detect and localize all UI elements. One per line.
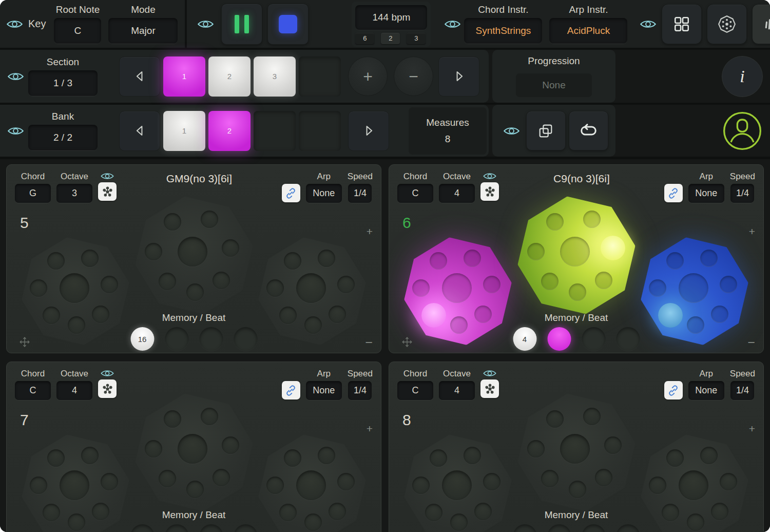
octave-select[interactable]: 4 <box>439 381 475 400</box>
prev-bank-button[interactable] <box>119 111 160 151</box>
memory-beat-cell[interactable] <box>165 327 188 351</box>
pad-note-dot[interactable] <box>662 504 679 521</box>
pad-note-dot[interactable] <box>47 252 65 270</box>
pad-note-dot[interactable] <box>47 449 65 467</box>
pad-note-dot[interactable] <box>583 211 601 228</box>
bank-pad-4[interactable] <box>299 111 341 151</box>
pad-note-dot[interactable] <box>284 449 301 467</box>
time-signature-box[interactable]: 6 <box>355 33 374 44</box>
drag-handle-icon[interactable] <box>19 336 30 348</box>
section-counter[interactable]: 1 / 3 <box>28 70 98 96</box>
pad-note-dot[interactable] <box>421 303 446 328</box>
speed-select[interactable]: 1/4 <box>348 184 372 203</box>
pad-note-dot[interactable] <box>145 243 162 260</box>
pad-center-dot[interactable] <box>560 237 590 267</box>
add-pad-button[interactable]: + <box>367 225 373 238</box>
chord-pad-octagon[interactable] <box>134 393 254 512</box>
pad-note-dot[interactable] <box>666 449 684 467</box>
pad-note-dot[interactable] <box>527 243 545 260</box>
chord-pad-octagon[interactable] <box>517 393 636 512</box>
info-button[interactable]: i <box>722 56 763 97</box>
pad-note-dot[interactable] <box>464 447 481 464</box>
section-visibility-eye-icon[interactable] <box>7 71 24 82</box>
link-icon[interactable] <box>282 184 300 202</box>
add-pad-button[interactable]: + <box>749 225 755 238</box>
memory-beat-cell[interactable] <box>582 524 605 532</box>
add-pad-button[interactable]: + <box>367 423 373 435</box>
memory-beat-cell[interactable] <box>547 327 571 351</box>
next-section-button[interactable] <box>438 56 479 97</box>
speed-select[interactable]: 1/4 <box>348 381 372 400</box>
pad-note-dot[interactable] <box>720 473 737 490</box>
pad-center-dot[interactable] <box>60 470 89 500</box>
mode-select[interactable]: Major <box>108 18 178 44</box>
pad-note-dot[interactable] <box>649 279 666 297</box>
link-icon[interactable] <box>664 381 683 400</box>
pad-note-dot[interactable] <box>464 250 481 267</box>
arp-instrument-select[interactable]: AcidPluck <box>549 18 627 44</box>
pad-note-dot[interactable] <box>318 447 335 464</box>
pad-center-dot[interactable] <box>560 434 590 464</box>
pad-note-dot[interactable] <box>304 316 322 334</box>
bank-pad-3[interactable] <box>254 111 296 151</box>
transport-visibility-eye-icon[interactable] <box>197 18 214 30</box>
pad-center-dot[interactable] <box>296 273 326 303</box>
section-pad-4[interactable] <box>299 56 341 97</box>
octave-select[interactable]: 4 <box>56 381 92 400</box>
chord-pad-octagon[interactable] <box>403 434 512 532</box>
note-cluster-icon[interactable] <box>480 182 499 201</box>
pad-note-dot[interactable] <box>666 252 684 270</box>
pad-note-dot[interactable] <box>201 408 218 425</box>
view-visibility-eye-icon[interactable] <box>640 18 657 30</box>
memory-beat-cell[interactable] <box>513 524 536 532</box>
pad-note-dot[interactable] <box>700 447 718 464</box>
pad-note-dot[interactable] <box>412 279 430 297</box>
pad-note-dot[interactable] <box>279 307 297 324</box>
pad-note-dot[interactable] <box>687 316 704 334</box>
time-signature-box[interactable]: 2 <box>381 33 400 44</box>
pad-note-dot[interactable] <box>30 477 47 494</box>
memory-beat-cell[interactable] <box>199 524 223 532</box>
memory-beat-cell[interactable] <box>234 327 257 351</box>
pad-note-dot[interactable] <box>279 504 297 521</box>
link-icon[interactable] <box>282 381 300 400</box>
duplicate-button[interactable] <box>526 111 566 150</box>
chord-pad-octagon[interactable] <box>258 237 367 346</box>
chord-select[interactable]: G <box>15 184 51 203</box>
pad-note-dot[interactable] <box>266 477 284 494</box>
pad-note-dot[interactable] <box>284 252 301 270</box>
pad-note-dot[interactable] <box>164 410 181 428</box>
loop-button[interactable] <box>569 111 608 150</box>
note-cluster-icon[interactable] <box>480 379 499 398</box>
panel-visibility-eye-icon[interactable] <box>483 369 497 378</box>
pad-note-dot[interactable] <box>266 279 284 297</box>
arp-select[interactable]: None <box>688 184 724 203</box>
bank-visibility-eye-icon[interactable] <box>7 125 24 137</box>
prev-section-button[interactable] <box>119 56 160 97</box>
pad-center-dot[interactable] <box>679 273 708 303</box>
pad-note-dot[interactable] <box>43 307 60 324</box>
bpm-display[interactable]: 144 bpm <box>355 5 427 30</box>
bank-pad-1[interactable]: 1 <box>163 111 205 151</box>
memory-beat-cell[interactable] <box>547 524 571 532</box>
octave-select[interactable]: 4 <box>439 184 475 203</box>
pad-center-dot[interactable] <box>178 434 207 464</box>
pad-note-dot[interactable] <box>687 514 704 531</box>
memory-beat-cell[interactable] <box>165 524 188 532</box>
remove-pad-button[interactable]: − <box>747 335 755 350</box>
user-profile-button[interactable] <box>722 110 763 151</box>
pad-note-dot[interactable] <box>43 504 60 521</box>
pad-note-dot[interactable] <box>329 306 346 323</box>
pad-note-dot[interactable] <box>145 440 162 458</box>
pad-note-dot[interactable] <box>450 316 468 334</box>
pad-note-dot[interactable] <box>337 473 355 490</box>
panel-visibility-eye-icon[interactable] <box>100 172 114 181</box>
octave-select[interactable]: 3 <box>56 184 92 203</box>
pad-note-dot[interactable] <box>527 440 545 458</box>
memory-beat-cell[interactable] <box>616 524 640 532</box>
pad-note-dot[interactable] <box>546 213 564 231</box>
drum-view-button[interactable] <box>707 4 747 44</box>
pad-note-dot[interactable] <box>201 211 218 228</box>
time-signature-box[interactable]: 3 <box>407 33 426 44</box>
chord-pad-octagon[interactable] <box>258 434 367 532</box>
